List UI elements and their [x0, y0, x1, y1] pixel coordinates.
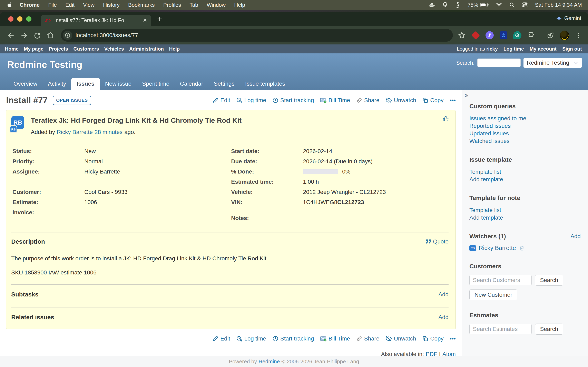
tab-overview[interactable]: Overview — [8, 78, 43, 90]
menubar-item-help[interactable]: Help — [234, 2, 245, 8]
log-time-button[interactable]: Log time — [236, 97, 266, 104]
browser-tab[interactable]: Install #77: Teraflex Jk: Hd Fo — [41, 15, 151, 26]
gemini-button[interactable]: Gemini — [556, 15, 581, 21]
search-input[interactable] — [477, 58, 521, 67]
vin-link[interactable]: 1C4HJWEG8CL212723 — [303, 199, 364, 206]
address-bar[interactable]: localhost:3000/issues/77 — [61, 29, 453, 42]
edit-button[interactable]: Edit — [212, 97, 230, 104]
log-time-button[interactable]: Log time — [236, 335, 266, 342]
grammarly-icon[interactable] — [513, 31, 522, 40]
menubar-item-tab[interactable]: Tab — [190, 2, 198, 8]
logged-in-username[interactable]: ricky — [486, 46, 498, 52]
tab-issue-templates[interactable]: Issue templates — [240, 78, 290, 90]
sidebar-link-issues-assigned[interactable]: Issues assigned to me — [469, 115, 581, 122]
more-actions-button[interactable]: ••• — [450, 97, 456, 104]
topmenu-sign-out[interactable]: Sign out — [562, 46, 582, 52]
author-link[interactable]: Ricky Barrette — [57, 129, 93, 135]
sidebar-link-note-template-list[interactable]: Template list — [469, 206, 581, 214]
profile-avatar[interactable] — [560, 31, 569, 40]
extensions-puzzle-icon[interactable] — [527, 31, 536, 40]
start-tracking-button[interactable]: Start tracking — [272, 97, 314, 104]
new-tab-icon[interactable] — [156, 16, 163, 22]
tab-spent-time[interactable]: Spent time — [137, 78, 175, 90]
more-actions-button[interactable]: ••• — [450, 335, 456, 342]
home-icon[interactable] — [44, 30, 56, 41]
topmenu-administration[interactable]: Administration — [129, 46, 164, 52]
edit-button[interactable]: Edit — [212, 335, 230, 342]
back-icon[interactable] — [5, 30, 17, 41]
control-center-icon[interactable] — [522, 2, 528, 8]
trash-icon[interactable] — [519, 245, 525, 251]
project-select[interactable]: Redmine Testing — [523, 58, 582, 68]
topmenu-log-time[interactable]: Log time — [503, 46, 524, 52]
redmine-link[interactable]: Redmine — [259, 359, 280, 365]
topmenu-vehicles[interactable]: Vehicles — [104, 46, 124, 52]
tab-issues[interactable]: Issues — [71, 78, 100, 90]
menubar-app-name[interactable]: Chrome — [20, 2, 40, 8]
menubar-item-history[interactable]: History — [103, 2, 120, 8]
collapse-chevrons-icon[interactable]: » — [465, 91, 468, 99]
copy-button[interactable]: Copy — [422, 97, 443, 104]
search-estimates-input[interactable] — [469, 324, 532, 334]
zoom-window-button[interactable] — [26, 16, 31, 22]
tray-app-icon[interactable] — [442, 2, 448, 8]
quote-button[interactable]: Quote — [426, 238, 449, 245]
menubar-item-window[interactable]: Window — [207, 2, 225, 8]
menubar-item-profiles[interactable]: Profiles — [163, 2, 181, 8]
docker-icon[interactable] — [429, 2, 435, 8]
extension-purple-icon[interactable] — [485, 31, 494, 40]
unwatch-button[interactable]: Unwatch — [385, 97, 416, 104]
tab-calendar[interactable]: Calendar — [175, 78, 209, 90]
forward-icon[interactable] — [18, 30, 30, 41]
menubar-item-view[interactable]: View — [83, 2, 95, 8]
topmenu-customers[interactable]: Customers — [73, 46, 99, 52]
assignee-link[interactable]: Ricky Barrette — [84, 168, 120, 175]
apple-icon[interactable] — [7, 2, 12, 8]
wifi-icon[interactable] — [496, 2, 502, 8]
created-ago-link[interactable]: 28 minutes — [95, 129, 122, 135]
tab-new-issue[interactable]: New issue — [100, 78, 137, 90]
search-customers-input[interactable] — [469, 275, 532, 285]
sidebar-link-note-add-template[interactable]: Add template — [469, 214, 581, 221]
info-icon[interactable] — [63, 31, 72, 40]
topmenu-my-account[interactable]: My account — [530, 46, 557, 52]
start-tracking-button[interactable]: Start tracking — [272, 335, 314, 342]
bill-time-button[interactable]: Bill Time — [320, 97, 350, 104]
share-button[interactable]: Share — [356, 97, 380, 104]
vpn-squiggle-icon[interactable] — [455, 2, 461, 8]
share-button[interactable]: Share — [356, 335, 380, 342]
tab-settings[interactable]: Settings — [208, 78, 240, 90]
estimate-link[interactable]: 1006 — [84, 199, 97, 206]
performance-leaf-icon[interactable] — [546, 31, 555, 40]
add-related-issue-link[interactable]: Add — [438, 314, 449, 320]
sidebar-link-template-list[interactable]: Template list — [469, 168, 581, 175]
sidebar-link-reported-issues[interactable]: Reported issues — [469, 122, 581, 130]
sidebar-link-add-template[interactable]: Add template — [469, 175, 581, 183]
sidebar-link-updated-issues[interactable]: Updated issues — [469, 130, 581, 137]
customer-link[interactable]: Cool Cars - 9933 — [84, 189, 128, 195]
topmenu-my-page[interactable]: My page — [24, 46, 43, 52]
thumbs-up-icon[interactable] — [442, 116, 449, 122]
add-subtask-link[interactable]: Add — [438, 291, 449, 298]
copy-button[interactable]: Copy — [422, 335, 443, 342]
topmenu-home[interactable]: Home — [5, 46, 18, 52]
close-window-button[interactable] — [8, 16, 13, 22]
sidebar-link-watched-issues[interactable]: Watched issues — [469, 137, 581, 145]
extension-blue-icon[interactable] — [499, 31, 508, 40]
menubar-clock[interactable]: Sat Feb 14 9:34 AM — [535, 2, 582, 8]
vehicle-link[interactable]: 2012 Jeep Wrangler - CL212723 — [303, 189, 386, 195]
add-watcher-link[interactable]: Add — [571, 233, 581, 240]
bookmark-star-icon[interactable] — [457, 31, 466, 40]
search-estimates-button[interactable]: Search — [535, 324, 563, 334]
kebab-menu-icon[interactable] — [574, 31, 583, 40]
battery-indicator[interactable]: 75% — [467, 2, 489, 8]
bill-time-button[interactable]: Bill Time — [320, 335, 350, 342]
close-tab-icon[interactable] — [143, 18, 147, 23]
topmenu-help[interactable]: Help — [169, 46, 180, 52]
extension-red-icon[interactable] — [471, 31, 480, 40]
tab-activity[interactable]: Activity — [43, 78, 71, 90]
search-customers-button[interactable]: Search — [535, 275, 563, 286]
menubar-item-file[interactable]: File — [48, 2, 57, 8]
menubar-item-bookmarks[interactable]: Bookmarks — [128, 2, 155, 8]
reload-icon[interactable] — [31, 30, 43, 41]
